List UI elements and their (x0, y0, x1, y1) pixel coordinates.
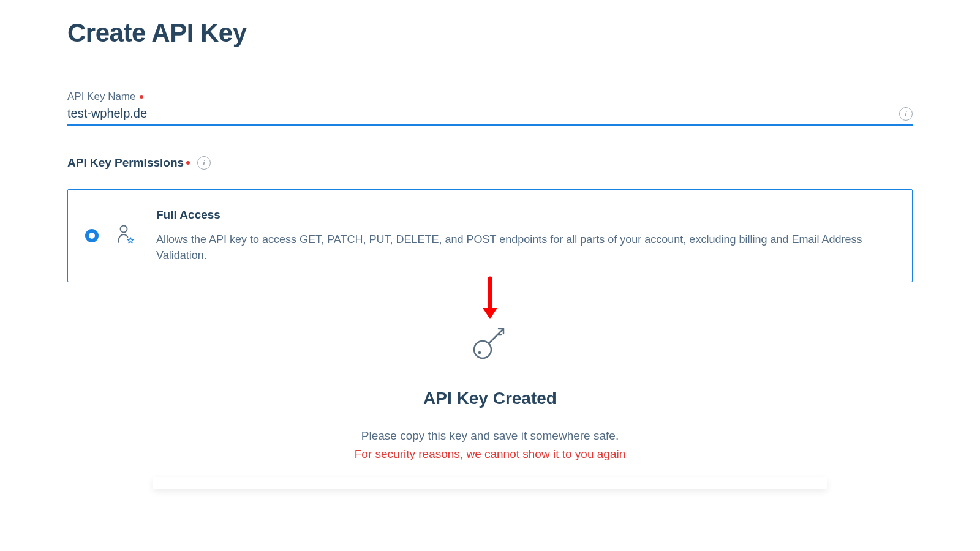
created-message: Please copy this key and save it somewhe… (67, 429, 913, 443)
svg-point-0 (121, 226, 127, 233)
key-display-box (153, 477, 827, 489)
svg-point-3 (478, 351, 481, 354)
permission-text-block: Full Access Allows the API key to access… (156, 208, 895, 263)
required-dot-icon (140, 95, 143, 99)
api-key-name-input[interactable] (67, 107, 899, 121)
arrow-down-icon (478, 275, 502, 324)
radio-selected-icon[interactable] (85, 229, 99, 242)
page-title: Create API Key (67, 18, 913, 48)
permission-full-access-card[interactable]: Full Access Allows the API key to access… (67, 189, 913, 282)
created-warning: For security reasons, we cannot show it … (67, 448, 913, 461)
api-key-name-label: API Key Name (67, 91, 913, 103)
info-icon[interactable]: i (197, 156, 211, 170)
user-star-icon (116, 224, 135, 247)
permissions-label-text: API Key Permissions (67, 156, 184, 170)
permission-description: Allows the API key to access GET, PATCH,… (156, 231, 895, 263)
key-icon (468, 320, 512, 364)
api-key-name-label-text: API Key Name (67, 91, 136, 103)
permission-title: Full Access (156, 208, 895, 222)
required-dot-icon (186, 161, 190, 165)
permissions-label: API Key Permissions i (67, 156, 913, 170)
info-icon[interactable]: i (899, 107, 913, 121)
api-key-created-block: API Key Created Please copy this key and… (67, 275, 913, 489)
created-title: API Key Created (67, 389, 913, 408)
api-key-name-row: i (67, 107, 913, 126)
